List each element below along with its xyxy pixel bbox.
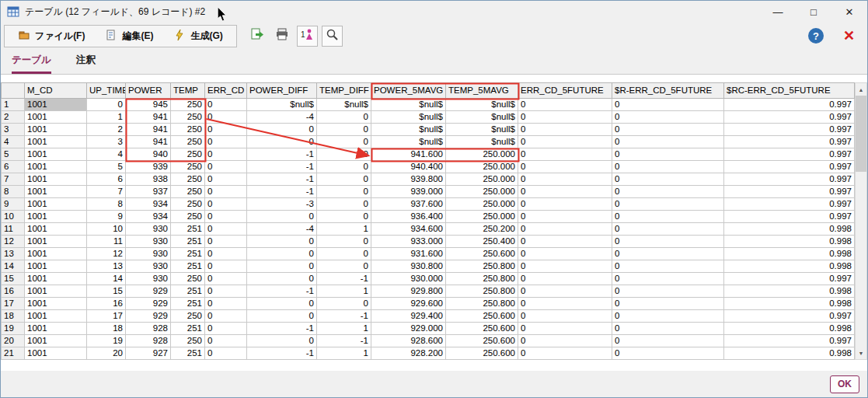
table-cell[interactable]: 0 [87,99,126,111]
table-cell[interactable]: 930 [126,236,171,248]
table-cell[interactable]: 1001 [25,136,87,148]
table-cell[interactable]: 0 [247,335,317,347]
table-cell[interactable]: 1001 [25,298,87,310]
table-cell[interactable]: 937 [126,186,171,198]
table-cell[interactable]: 0.997 [724,161,855,173]
table-cell[interactable]: 5 [87,161,126,173]
table-cell[interactable]: 928 [126,335,171,347]
table-cell[interactable]: 0 [247,273,317,285]
table-cell[interactable]: 0.997 [724,273,855,285]
table-cell[interactable]: 928.200 [371,347,446,360]
table-cell[interactable]: $null$ [446,111,518,124]
table-cell[interactable]: 0 [205,111,247,124]
table-cell[interactable]: 0 [612,111,724,124]
minimize-button[interactable]: — [760,1,796,23]
search-button[interactable] [322,26,343,47]
column-header[interactable]: ERR_CD [205,83,247,99]
table-cell[interactable]: 0 [518,335,612,347]
table-cell[interactable]: 12 [87,248,126,260]
row-number[interactable]: 17 [2,298,25,310]
table-cell[interactable]: 0 [612,136,724,148]
table-cell[interactable]: 18 [87,323,126,335]
table-cell[interactable]: 250 [171,124,205,136]
table-cell[interactable]: 1001 [25,260,87,273]
table-cell[interactable]: 250.000 [446,198,518,211]
table-cell[interactable]: 4 [87,148,126,161]
column-header[interactable]: POWER_5MAVG [371,83,446,99]
column-header[interactable]: POWER [126,83,171,99]
table-cell[interactable]: 0.998 [724,260,855,273]
table-cell[interactable]: 939.000 [371,186,446,198]
table-cell[interactable]: 0 [612,310,724,323]
table-cell[interactable]: 0 [518,298,612,310]
table-cell[interactable]: 0.998 [724,223,855,236]
table-cell[interactable]: 0 [518,161,612,173]
table-cell[interactable]: 0 [317,148,371,161]
table-cell[interactable]: 0 [317,161,371,173]
table-cell[interactable]: 13 [87,260,126,273]
table-cell[interactable]: 0 [518,347,612,360]
table-cell[interactable]: 0 [205,161,247,173]
table-cell[interactable]: 0 [317,173,371,186]
table-cell[interactable]: 933.000 [371,236,446,248]
table-cell[interactable]: 0.998 [724,323,855,335]
table-cell[interactable]: 1001 [25,347,87,360]
table-cell[interactable]: 0.998 [724,248,855,260]
table-cell[interactable]: 7 [87,186,126,198]
table-cell[interactable]: 1 [87,111,126,124]
row-number[interactable]: 18 [2,310,25,323]
table-cell[interactable]: 14 [87,273,126,285]
table-cell[interactable]: 0 [612,198,724,211]
table-cell[interactable]: 0.997 [724,136,855,148]
table-cell[interactable]: 0 [247,136,317,148]
table-cell[interactable]: 0 [205,347,247,360]
table-cell[interactable]: 250.800 [446,285,518,298]
table-cell[interactable]: 250 [171,335,205,347]
row-number[interactable]: 5 [2,148,25,161]
table-cell[interactable]: 250.000 [446,186,518,198]
table-cell[interactable]: 0 [612,161,724,173]
table-cell[interactable]: 0 [612,124,724,136]
row-number[interactable]: 2 [2,111,25,124]
table-cell[interactable]: 929.400 [371,310,446,323]
table-cell[interactable]: 939 [126,161,171,173]
table-cell[interactable]: 250.800 [446,260,518,273]
table-cell[interactable]: 0 [612,148,724,161]
table-cell[interactable]: 0 [317,198,371,211]
table-cell[interactable]: 0 [518,186,612,198]
scroll-down-button[interactable]: ▼ [856,347,866,359]
table-cell[interactable]: 1001 [25,335,87,347]
row-number[interactable]: 16 [2,285,25,298]
table-cell[interactable]: 0.997 [724,335,855,347]
table-cell[interactable]: 0 [317,186,371,198]
table-cell[interactable]: 927 [126,347,171,360]
table-cell[interactable]: 251 [171,236,205,248]
table-cell[interactable]: 930 [126,273,171,285]
table-cell[interactable]: 1 [317,285,371,298]
table-cell[interactable]: 250.000 [446,148,518,161]
table-cell[interactable]: 250.000 [446,161,518,173]
table-cell[interactable]: 0 [317,236,371,248]
table-cell[interactable]: 929.800 [371,285,446,298]
table-cell[interactable]: 250 [171,310,205,323]
table-cell[interactable]: 930 [126,248,171,260]
table-cell[interactable]: 0 [518,136,612,148]
table-cell[interactable]: $null$ [371,99,446,111]
table-cell[interactable]: 1 [317,323,371,335]
table-cell[interactable]: 251 [171,298,205,310]
column-header[interactable]: TEMP_5MAVG [446,83,518,99]
table-cell[interactable]: -1 [247,186,317,198]
table-cell[interactable]: 0 [612,323,724,335]
table-cell[interactable]: 0.997 [724,310,855,323]
table-cell[interactable]: 250.600 [446,310,518,323]
table-cell[interactable]: 250.600 [446,335,518,347]
table-cell[interactable]: 0 [518,148,612,161]
table-cell[interactable]: -1 [247,161,317,173]
table-cell[interactable]: 940 [126,148,171,161]
row-number[interactable]: 20 [2,335,25,347]
table-cell[interactable]: 941 [126,124,171,136]
maximize-button[interactable]: □ [796,1,831,23]
table-cell[interactable]: 251 [171,260,205,273]
table-cell[interactable]: 934.600 [371,223,446,236]
table-cell[interactable]: 250.000 [446,173,518,186]
